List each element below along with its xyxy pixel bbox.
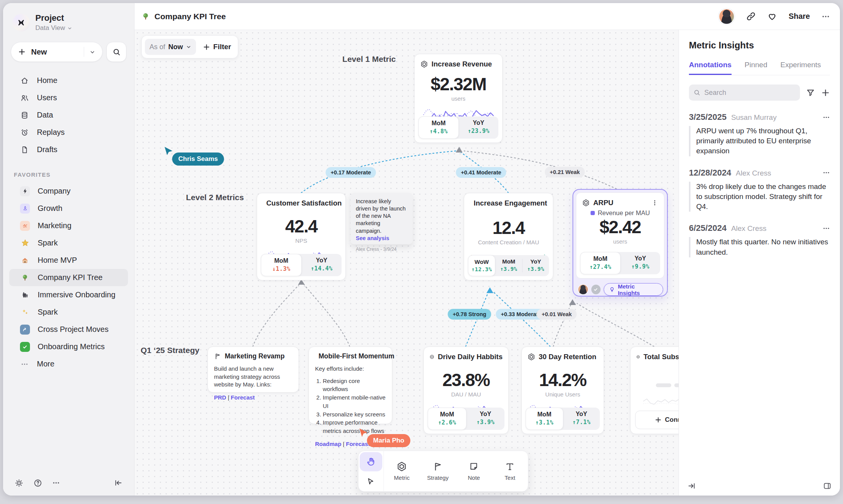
strategy-body: Build and launch a new marketing strateg… — [214, 365, 292, 389]
series-legend: Revenue per MAU — [576, 209, 664, 217]
canvas-filter-bar: As of Now Filter — [141, 35, 238, 58]
collapse-sidebar-icon[interactable] — [114, 479, 123, 487]
tool-note[interactable]: Note — [456, 451, 492, 491]
workspace-selector[interactable]: Data View — [35, 24, 72, 32]
annotation-menu-icon[interactable] — [823, 169, 830, 176]
annotation-item[interactable]: 12/28/2024 Alex Cress 3% drop likely due… — [689, 168, 830, 212]
more-options-icon[interactable] — [821, 12, 830, 21]
roadmap-link[interactable]: Roadmap — [315, 441, 341, 447]
project-switcher[interactable]: Project Data View — [3, 3, 134, 39]
kebab-menu-icon[interactable] — [651, 199, 658, 206]
as-of-selector[interactable]: As of Now — [145, 39, 196, 55]
metric-card-total-subscriptions[interactable]: Total Subscriptions Connect — [630, 346, 679, 434]
favorite-home-mvp[interactable]: Home MVP — [9, 252, 128, 269]
forecast-link[interactable]: Forecast — [231, 394, 255, 401]
new-button[interactable]: New — [11, 42, 103, 62]
add-annotation-icon[interactable] — [821, 88, 830, 97]
tab-annotations[interactable]: Annotations — [689, 61, 732, 75]
strategy-card-mobile-first-momentum[interactable]: Mobile-First Momentum Key efforts includ… — [309, 346, 392, 424]
connect-data-button[interactable]: Connect — [635, 411, 679, 429]
favorite-cross-project-moves[interactable]: Cross Project Moves — [9, 321, 128, 338]
metric-unit: users — [415, 95, 502, 102]
favorite-immersive-onboarding[interactable]: Immersive Onboarding — [9, 286, 128, 303]
sidebar-favorites: Company Growth Marketing Spark Home MVP … — [3, 182, 134, 373]
legend-swatch — [591, 211, 595, 215]
annotation-menu-icon[interactable] — [823, 114, 830, 121]
sidebar-item-label: Data — [37, 111, 53, 119]
stat-yoy[interactable]: YoY↑7.1% — [563, 408, 600, 430]
level1-label: Level 1 Metric — [337, 55, 396, 64]
favorite-onboarding-metrics[interactable]: Onboarding Metrics — [9, 338, 128, 355]
metric-card-increase-engagement[interactable]: Increase Engagement 12.4 Content Creatio… — [464, 193, 553, 280]
metric-card-increase-revenue[interactable]: Increase Revenue $2.32M users MoM↑4.8% Y… — [414, 54, 503, 143]
stat-yoy[interactable]: YoY↑14.4% — [302, 254, 342, 276]
strategy-card-marketing-revamp[interactable]: Marketing Revamp Build and launch a new … — [207, 346, 299, 393]
avatar — [578, 284, 588, 295]
metric-insights-button[interactable]: Metric Insights — [604, 283, 663, 296]
metric-card-arpu-selected[interactable]: ARPU Revenue per MAU $2.42 users MoM↑27.… — [573, 189, 668, 297]
favorite-heart-icon[interactable] — [767, 12, 777, 21]
tool-metric[interactable]: Metric — [384, 451, 420, 491]
annotation-menu-icon[interactable] — [823, 225, 830, 232]
annotation-item[interactable]: 6/25/2024 Alex Cress Mostly flat this qu… — [689, 223, 830, 257]
chevron-down-icon[interactable] — [90, 49, 95, 55]
tool-text[interactable]: Text — [492, 451, 528, 491]
stat-mom[interactable]: MoM↑27.4% — [580, 252, 621, 274]
collapse-panel-icon[interactable] — [687, 482, 696, 490]
kpi-tree-canvas[interactable]: As of Now Filter Level 1 Metric Level 2 … — [134, 30, 679, 496]
filter-funnel-icon[interactable] — [806, 88, 815, 97]
document-icon — [20, 146, 29, 154]
favorite-company-kpi-tree[interactable]: Company KPI Tree — [9, 269, 128, 286]
note-see-analysis-link[interactable]: See analysis — [356, 235, 407, 241]
panel-layout-icon[interactable] — [823, 482, 831, 490]
metric-card-customer-satisfaction[interactable]: Customer Satisfaction 42.4 NPS MoM↓1.3% … — [257, 193, 346, 280]
stat-mom[interactable]: MoM↑4.8% — [418, 116, 459, 139]
metric-unit: users — [576, 238, 664, 245]
sidebar-item-home[interactable]: Home — [9, 72, 128, 89]
stat-mom[interactable]: MoM↓1.3% — [261, 254, 302, 276]
note-card[interactable]: Increase likely driven by the launch of … — [350, 193, 413, 244]
copy-link-icon[interactable] — [746, 12, 756, 21]
stat-wow[interactable]: WoW↑12.3% — [468, 255, 495, 276]
annotation-date: 6/25/2024 — [689, 223, 727, 233]
share-button[interactable]: Share — [788, 12, 810, 21]
favorite-spark[interactable]: Spark — [9, 234, 128, 252]
tool-select[interactable] — [358, 472, 383, 492]
prd-link[interactable]: PRD — [214, 394, 226, 401]
stat-yoy[interactable]: YoY↑9.9% — [621, 252, 660, 274]
stat-mom[interactable]: MoM↑3.1% — [526, 408, 563, 430]
help-icon[interactable] — [33, 479, 42, 487]
filter-button[interactable]: Filter — [203, 43, 231, 51]
tab-experiments[interactable]: Experiments — [780, 61, 821, 75]
favorite-marketing[interactable]: Marketing — [9, 217, 128, 234]
favorite-spark-2[interactable]: Spark — [9, 303, 128, 321]
sidebar-search-button[interactable] — [106, 42, 126, 62]
avatar[interactable] — [719, 8, 735, 25]
tool-hand[interactable] — [360, 452, 382, 471]
stat-mom[interactable]: MoM↑2.6% — [428, 408, 466, 430]
stat-yoy[interactable]: YoY↑3.9% — [466, 408, 504, 430]
stat-mom[interactable]: MoM↑3.9% — [495, 255, 522, 276]
metric-card-drive-daily-habbits[interactable]: Drive Daily Habbits 23.8% DAU / MAU MoM↑… — [423, 346, 509, 434]
stat-yoy[interactable]: YoY↑3.9% — [523, 255, 549, 276]
annotations-search[interactable] — [689, 85, 800, 101]
favorite-growth[interactable]: Growth — [9, 200, 128, 217]
metric-card-30-day-retention[interactable]: 30 Day Retention 14.2% Unique Users MoM↑… — [521, 346, 604, 434]
settings-gear-icon[interactable] — [15, 479, 23, 487]
sidebar-more[interactable]: More — [9, 355, 128, 373]
sidebar-item-data[interactable]: Data — [9, 106, 128, 124]
search-input[interactable] — [704, 89, 795, 97]
metric-title: Total Subscriptions — [644, 353, 679, 361]
favorite-company[interactable]: Company — [9, 182, 128, 200]
tool-strategy[interactable]: Strategy — [420, 451, 456, 491]
bolt-icon — [20, 186, 30, 196]
annotation-item[interactable]: 3/25/2025 Susan Murray ARPU went up 7% t… — [689, 112, 830, 156]
stat-yoy[interactable]: YoY↑23.9% — [459, 116, 498, 139]
sidebar-item-replays[interactable]: Replays — [9, 124, 128, 141]
sidebar-item-users[interactable]: Users — [9, 89, 128, 106]
metric-title: ARPU — [593, 199, 613, 207]
sidebar-more-options-icon[interactable] — [52, 479, 60, 487]
sidebar-item-drafts[interactable]: Drafts — [9, 141, 128, 158]
strategy-title: Marketing Revamp — [225, 352, 285, 360]
tab-pinned[interactable]: Pinned — [745, 61, 767, 75]
